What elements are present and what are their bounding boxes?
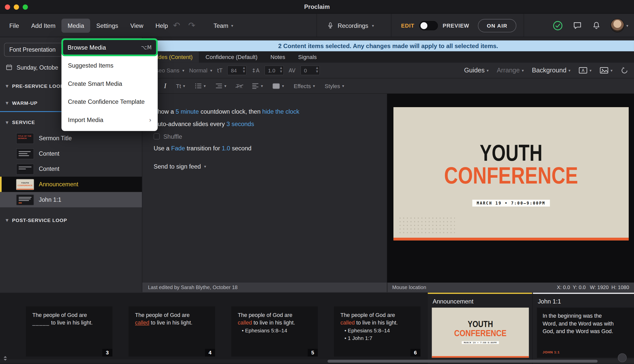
menu-view[interactable]: View — [124, 18, 149, 33]
slide-thumbnail-3[interactable]: The people of God are _____ to live in h… — [26, 306, 112, 356]
line-spacing-input[interactable]: 1.0 ▲▼ — [264, 66, 284, 75]
divider — [316, 14, 317, 37]
chevron-down-icon: ▾ — [182, 68, 184, 73]
countdown-duration-link[interactable]: 5 minute — [175, 108, 199, 115]
menu-help[interactable]: Help — [149, 18, 174, 33]
chevron-down-icon: ▾ — [204, 84, 206, 88]
section-post-service-loop[interactable]: ▼ POST-SERVICE LOOP — [6, 215, 142, 225]
bullet-list-dropdown[interactable]: ▾ — [195, 83, 206, 89]
stepper-arrows[interactable]: ▲▼ — [280, 66, 282, 74]
service-item-content-2[interactable]: Content — [0, 161, 142, 177]
tab-notes[interactable]: Notes — [264, 51, 292, 63]
arrange-dropdown[interactable]: Arrange ▾ — [497, 67, 524, 74]
service-item-announcement[interactable]: YOUTH CONFERENCE Announcement — [0, 177, 142, 192]
canvas-coordinates: X: 0.0 Y: 0.0 W: 1920 H: 1080 — [557, 285, 629, 290]
status-bars: Last edited by Sarah Blythe, October 18 … — [142, 282, 634, 292]
align-text-icon — [252, 83, 259, 89]
recordings-dropdown[interactable]: Recordings ▾ — [327, 14, 374, 37]
chevron-down-icon: ▾ — [568, 68, 570, 73]
toggle-knob — [420, 22, 427, 29]
zoom-window-button[interactable] — [23, 5, 28, 10]
traffic-lights — [5, 5, 28, 10]
chevron-down-icon: ▾ — [589, 68, 591, 73]
clear-formatting-button[interactable]: Tx — [236, 83, 242, 89]
hide-clock-link[interactable]: hide the clock — [262, 108, 299, 115]
chevron-down-icon: ▾ — [282, 84, 284, 88]
redo-icon[interactable]: ↷ — [188, 21, 195, 30]
slide-canvas[interactable]: YOUTH CONFERENCE MARCH 19 • 7:00–9:00PM — [393, 107, 629, 240]
minimize-window-button[interactable] — [14, 5, 19, 10]
service-item-content-1[interactable]: Content — [0, 146, 142, 161]
slide-thumbnail-6[interactable]: The people of God are called to live in … — [334, 306, 421, 356]
background-dropdown[interactable]: Background ▾ — [532, 67, 570, 74]
shuffle-checkbox[interactable] — [154, 133, 160, 139]
triangle-up-icon — [4, 356, 7, 358]
menu-media[interactable]: Media — [62, 18, 90, 33]
text-color-dropdown[interactable]: ▾ — [273, 83, 284, 89]
shuffle-setting: Shuffle — [154, 133, 387, 140]
preview-mode-label: PREVIEW — [443, 23, 469, 29]
help-button[interactable] — [618, 353, 627, 362]
service-item-sermon-title[interactable]: TITLE OF THE SERMON Sermon Title — [0, 131, 142, 146]
menu-add-item[interactable]: Add Item — [25, 18, 62, 33]
proclaim-window: Proclaim File Add Item Media Settings Vi… — [0, 0, 634, 364]
text-box-tool[interactable]: A ▾ — [579, 67, 591, 74]
main-area: 2 Content items selected. Any changes ma… — [142, 37, 634, 292]
titlebar: Proclaim — [0, 0, 634, 14]
menu-item-suggested-items[interactable]: Suggested Items — [62, 56, 158, 74]
transition-type-link[interactable]: Fade — [171, 145, 185, 151]
font-size-input[interactable]: 84 ▲▼ — [227, 66, 247, 75]
menu-file[interactable]: File — [3, 18, 25, 33]
presentation-type-label: Font Presentation — [9, 47, 56, 53]
tab-signals[interactable]: Signals — [292, 51, 323, 63]
alignment-dropdown[interactable]: ▾ — [252, 83, 263, 89]
slide-thumbnail — [16, 194, 34, 205]
stepper-arrows[interactable]: ▲▼ — [243, 66, 245, 74]
font-style-select[interactable]: Normal ▾ — [189, 67, 212, 74]
auto-advance-setting: Auto-advance slides every 3 seconds — [154, 120, 387, 128]
letter-spacing-input[interactable]: 0 ▲▼ — [300, 66, 320, 75]
menu-item-browse-media[interactable]: Browse Media ⌥M — [62, 38, 158, 56]
chevron-down-icon: ▾ — [522, 68, 524, 73]
italic-button[interactable]: I — [164, 82, 166, 90]
slide-thumbnail-5[interactable]: The people of God are called to live in … — [231, 306, 318, 356]
slide-title-line2: CONFERENCE — [410, 164, 612, 187]
menu-item-create-confidence-template[interactable]: Create Confidence Template — [62, 93, 158, 111]
microphone-icon — [327, 21, 334, 30]
team-dropdown[interactable]: Team ▾ — [213, 14, 233, 37]
sync-check-icon[interactable] — [553, 21, 563, 31]
chat-icon[interactable] — [572, 21, 582, 30]
john-slide-thumbnail[interactable]: In the beginning was the Word, and the W… — [537, 308, 634, 358]
indent-list-dropdown[interactable]: ▾ — [215, 83, 226, 89]
horizontal-scrollbar-thumb[interactable] — [327, 360, 598, 362]
edit-preview-toggle[interactable] — [419, 21, 438, 30]
bell-icon[interactable] — [592, 21, 601, 30]
advance-interval-link[interactable]: 3 seconds — [226, 120, 254, 127]
tab-confidence-default[interactable]: Confidence (Default) — [199, 51, 264, 63]
announcement-slide-thumbnail[interactable]: YOUTH CONFERENCE MARCH 19 • 7:00-9:00PM — [432, 308, 529, 358]
effects-dropdown[interactable]: Effects ▾ — [294, 83, 315, 89]
slide-thumbnail-4[interactable]: The people of God are called to live in … — [129, 306, 215, 356]
chevron-down-icon: ▾ — [261, 84, 263, 88]
insert-image-tool[interactable]: ▾ — [600, 67, 612, 74]
styles-dropdown[interactable]: Styles ▾ — [325, 83, 344, 89]
undo-icon[interactable]: ↶ — [173, 21, 180, 30]
slide-number: 3 — [102, 349, 112, 356]
text-case-dropdown[interactable]: Tt ▾ — [176, 83, 185, 89]
slide-preview-area: YOUTH CONFERENCE MARCH 19 • 7:00–9:00PM — [387, 94, 634, 282]
on-air-button[interactable]: ON AIR — [478, 19, 517, 32]
transition-duration-link[interactable]: 1.0 — [222, 145, 230, 151]
account-menu[interactable]: ▾ — [610, 18, 628, 32]
send-to-sign-feed-dropdown[interactable]: Send to sign feed ▾ — [154, 163, 387, 170]
guides-dropdown[interactable]: Guides ▾ — [464, 67, 489, 74]
menu-item-create-smart-media[interactable]: Create Smart Media — [62, 74, 158, 93]
stepper-arrows[interactable]: ▲▼ — [316, 66, 318, 74]
close-window-button[interactable] — [5, 5, 10, 10]
reset-rotation-icon[interactable] — [621, 67, 628, 74]
countdown-setting: Show a 5 minute countdown clock, then hi… — [154, 108, 387, 116]
service-item-john-1-1[interactable]: John 1:1 — [0, 192, 142, 208]
menu-item-import-media[interactable]: Import Media › — [62, 111, 158, 129]
media-menu: Browse Media ⌥M Suggested Items Create S… — [62, 38, 158, 131]
menu-settings[interactable]: Settings — [90, 18, 124, 33]
menubar-right-icons: ▾ — [553, 14, 628, 37]
